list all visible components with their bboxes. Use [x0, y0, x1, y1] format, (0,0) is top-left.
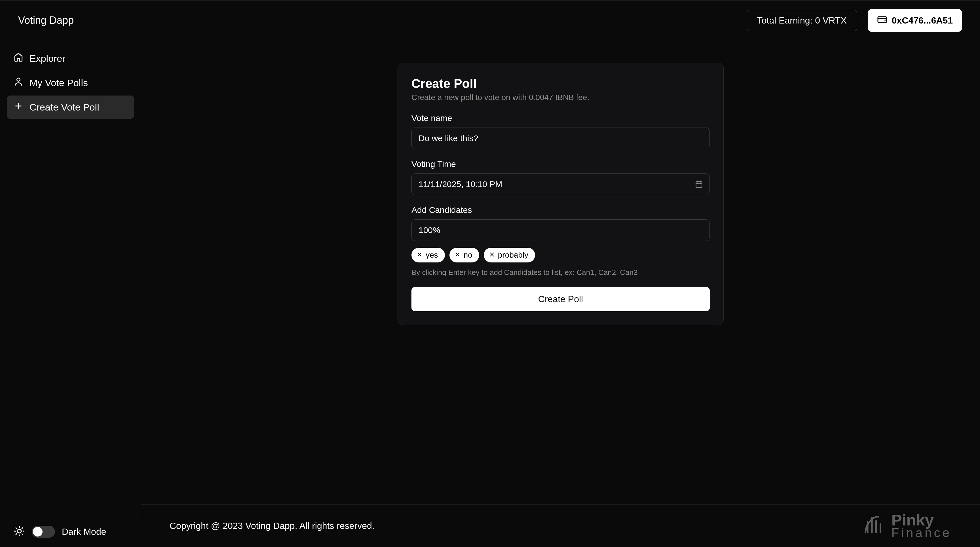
wallet-icon — [877, 14, 887, 27]
svg-point-1 — [17, 78, 20, 81]
candidate-chip: yes — [412, 248, 445, 262]
card-subtitle: Create a new poll to vote on with 0.0047… — [412, 93, 710, 102]
card-title: Create Poll — [412, 76, 710, 91]
pinky-logo-icon — [862, 512, 888, 539]
plus-icon — [14, 101, 23, 113]
vote-name-input[interactable] — [412, 128, 710, 149]
create-poll-card: Create Poll Create a new poll to vote on… — [398, 63, 724, 325]
nav: Explorer My Vote Polls — [0, 40, 141, 127]
svg-point-4 — [17, 529, 21, 533]
user-icon — [14, 77, 23, 89]
total-earning-display: Total Earning: 0 VRTX — [747, 10, 857, 31]
sidebar-item-create-vote-poll[interactable]: Create Vote Poll — [7, 95, 134, 119]
sidebar-footer: Dark Mode — [0, 516, 141, 547]
header: Voting Dapp Total Earning: 0 VRTX 0xC476… — [0, 1, 980, 40]
sidebar-item-label: Explorer — [30, 53, 65, 64]
candidates-helper-text: By clicking Enter key to add Candidates … — [412, 268, 710, 277]
candidates-chip-row: yes no — [412, 248, 710, 262]
candidates-input[interactable] — [412, 219, 710, 241]
svg-line-8 — [22, 534, 22, 534]
candidates-group: Add Candidates y — [412, 205, 710, 277]
dark-mode-toggle[interactable] — [32, 526, 55, 537]
candidate-chip-label: yes — [426, 251, 438, 260]
brand-name: Pinky — [891, 513, 951, 527]
sidebar-item-label: Create Vote Poll — [30, 102, 99, 113]
candidate-chip: no — [449, 248, 479, 262]
brand-logo: Pinky Finance — [862, 512, 951, 539]
wallet-address: 0xC476...6A51 — [892, 15, 953, 26]
candidate-chip-label: no — [464, 251, 473, 260]
sidebar-item-label: My Vote Polls — [30, 78, 88, 89]
candidate-chip-label: probably — [498, 251, 528, 260]
sidebar: Explorer My Vote Polls — [0, 40, 141, 547]
candidates-label: Add Candidates — [412, 205, 710, 215]
create-poll-button[interactable]: Create Poll — [412, 287, 710, 311]
home-icon — [14, 52, 23, 64]
close-icon[interactable] — [417, 251, 423, 260]
content: Create Poll Create a new poll to vote on… — [141, 40, 980, 504]
close-icon[interactable] — [455, 251, 461, 260]
dark-mode-label: Dark Mode — [62, 526, 107, 537]
footer: Copyright @ 2023 Voting Dapp. All rights… — [141, 504, 980, 547]
main: Create Poll Create a new poll to vote on… — [141, 40, 980, 547]
sidebar-item-my-vote-polls[interactable]: My Vote Polls — [7, 71, 134, 94]
app-title: Voting Dapp — [18, 14, 74, 26]
copyright-text: Copyright @ 2023 Voting Dapp. All rights… — [170, 521, 375, 531]
brand-sub: Finance — [891, 527, 951, 539]
voting-time-input[interactable] — [412, 173, 710, 195]
wallet-button[interactable]: 0xC476...6A51 — [868, 9, 962, 32]
sun-icon — [14, 525, 25, 538]
svg-line-7 — [16, 528, 16, 528]
header-right: Total Earning: 0 VRTX 0xC476...6A51 — [747, 9, 962, 32]
svg-line-11 — [16, 534, 16, 534]
body: Explorer My Vote Polls — [0, 40, 980, 547]
close-icon[interactable] — [489, 251, 495, 260]
vote-name-group: Vote name — [412, 113, 710, 149]
voting-time-label: Voting Time — [412, 159, 710, 169]
voting-time-group: Voting Time — [412, 159, 710, 195]
svg-rect-13 — [696, 182, 702, 188]
candidate-chip: probably — [484, 248, 535, 262]
sidebar-item-explorer[interactable]: Explorer — [7, 47, 134, 70]
toggle-knob — [33, 527, 43, 536]
svg-line-12 — [22, 528, 22, 528]
vote-name-label: Vote name — [412, 113, 710, 123]
